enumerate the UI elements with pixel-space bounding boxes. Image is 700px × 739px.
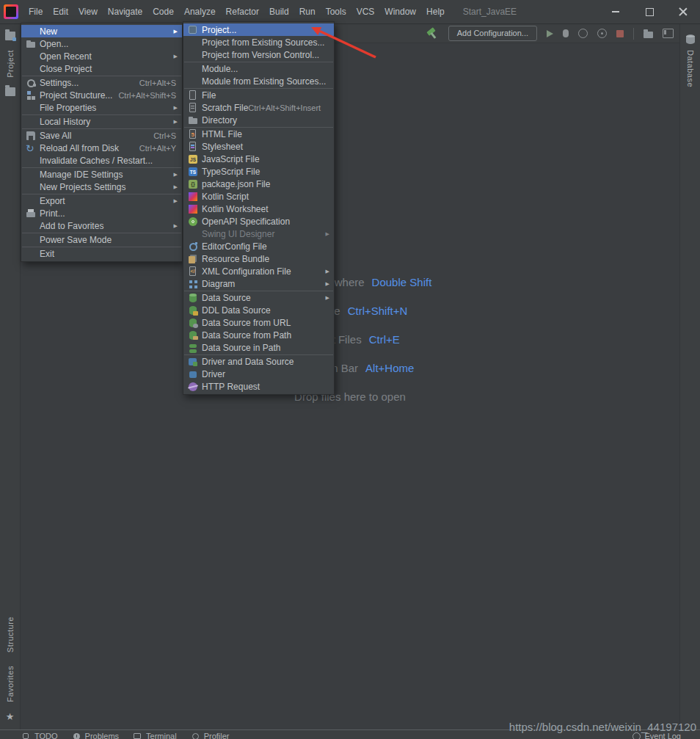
- submenu-item[interactable]: Stylesheet: [183, 140, 334, 153]
- menubar-item[interactable]: Run: [294, 3, 321, 21]
- submenu-item[interactable]: Diagram: [183, 277, 334, 290]
- menu-item-label: Project Structure...: [40, 90, 112, 101]
- database-icon[interactable]: [686, 34, 695, 44]
- submenu-item[interactable]: Data Source from Path: [183, 329, 334, 341]
- folder-icon[interactable]: [5, 87, 15, 96]
- statusbar-tool-button[interactable]: TODO: [22, 732, 58, 739]
- submenu-item[interactable]: Data Source from URL: [183, 316, 334, 329]
- profiler-button[interactable]: [597, 29, 607, 38]
- submenu-item[interactable]: HTML File: [183, 128, 334, 140]
- submenu-item[interactable]: File: [183, 89, 334, 101]
- submenu-item-label: Project from Existing Sources...: [202, 37, 324, 48]
- run-button[interactable]: [547, 30, 553, 37]
- submenu-item[interactable]: OpenAPI Specification: [183, 215, 334, 227]
- menu-item[interactable]: File Properties: [21, 101, 182, 114]
- submenu-item[interactable]: TypeScript File: [183, 165, 334, 178]
- submenu-item[interactable]: Directory: [183, 114, 334, 126]
- sidebar-item-project[interactable]: Project: [6, 50, 15, 78]
- project-folder-icon[interactable]: [5, 32, 15, 40]
- menu-item[interactable]: New Projects Settings: [21, 181, 182, 193]
- menubar-item[interactable]: Tools: [321, 3, 351, 21]
- menu-item[interactable]: Project Structure... Ctrl+Alt+Shift+S: [21, 89, 182, 101]
- menu-item[interactable]: Invalidate Caches / Restart...: [21, 154, 182, 167]
- menubar-item[interactable]: Navigate: [103, 3, 147, 21]
- submenu-item[interactable]: JavaScript File: [183, 153, 334, 165]
- submenu-item[interactable]: Project...: [183, 23, 334, 36]
- menubar-item[interactable]: Edit: [48, 3, 73, 21]
- submenu-item-icon: [187, 191, 200, 203]
- menu-item[interactable]: Local History: [21, 115, 182, 128]
- menubar-item[interactable]: Window: [379, 3, 421, 21]
- menu-item[interactable]: Power Save Mode: [21, 233, 182, 246]
- submenu-item[interactable]: Resource Bundle: [183, 252, 334, 265]
- minimize-button[interactable]: [599, 0, 632, 23]
- statusbar-tool-button[interactable]: Problems: [73, 732, 119, 739]
- submenu-item-icon: [187, 317, 200, 329]
- menubar-item[interactable]: Help: [421, 3, 450, 21]
- menu-item[interactable]: Manage IDE Settings: [21, 168, 182, 181]
- menubar-item[interactable]: VCS: [351, 3, 380, 21]
- submenu-item[interactable]: Module...: [183, 62, 334, 75]
- submenu-item[interactable]: Project from Version Control...: [183, 48, 334, 61]
- menu-item[interactable]: New: [21, 25, 182, 37]
- submenu-item[interactable]: package.json File: [183, 178, 334, 190]
- menubar-item[interactable]: Analyze: [179, 3, 221, 21]
- stop-button[interactable]: [616, 30, 624, 37]
- open-project-icon[interactable]: [644, 32, 653, 38]
- menubar-item[interactable]: File: [23, 3, 48, 21]
- close-button[interactable]: [666, 0, 700, 23]
- add-configuration-button[interactable]: Add Configuration...: [448, 26, 537, 41]
- maximize-button[interactable]: [632, 0, 666, 23]
- favorites-star-icon[interactable]: ★: [6, 712, 15, 722]
- debug-button[interactable]: [563, 29, 569, 37]
- submenu-item[interactable]: DDL Data Source: [183, 304, 334, 316]
- menubar-item[interactable]: Build: [264, 3, 294, 21]
- submenu-item[interactable]: Kotlin Script: [183, 190, 334, 203]
- menu-item[interactable]: Save All Ctrl+S: [21, 129, 182, 142]
- submenu-item[interactable]: Kotlin Worksheet: [183, 203, 334, 215]
- right-tool-stripe: Database: [679, 24, 700, 729]
- menu-item[interactable]: Close Project: [21, 62, 182, 75]
- submenu-item[interactable]: XML Configuration File: [183, 265, 334, 277]
- submenu-item[interactable]: Data Source in Path: [183, 341, 334, 354]
- menu-item-label: Settings...: [40, 78, 79, 88]
- intellij-logo-icon: [4, 4, 18, 19]
- menu-item[interactable]: Settings... Ctrl+Alt+S: [21, 76, 182, 89]
- statusbar-tool-icon: [73, 732, 81, 739]
- menu-item[interactable]: Add to Favorites: [21, 219, 182, 232]
- menu-item[interactable]: Print...: [21, 207, 182, 219]
- submenu-item[interactable]: Project from Existing Sources...: [183, 36, 334, 48]
- menu-item-icon: [25, 155, 37, 167]
- submenu-arrow-icon: [171, 168, 178, 181]
- submenu-item[interactable]: Scratch File Ctrl+Alt+Shift+Insert: [183, 101, 334, 114]
- submenu-item[interactable]: Data Source: [183, 291, 334, 304]
- submenu-item[interactable]: HTTP Request: [183, 380, 334, 393]
- menubar-item[interactable]: Code: [147, 3, 179, 21]
- menu-item[interactable]: Open Recent: [21, 50, 182, 62]
- statusbar-tool-button[interactable]: Profiler: [192, 732, 230, 739]
- statusbar-tool-button[interactable]: Terminal: [134, 732, 177, 739]
- submenu-item[interactable]: Driver and Data Source: [183, 355, 334, 368]
- menu-item[interactable]: Reload All from Disk Ctrl+Alt+Y: [21, 142, 182, 154]
- submenu-arrow-icon: [171, 50, 178, 62]
- submenu-item-label: Driver: [202, 369, 225, 379]
- build-hammer-button[interactable]: [426, 27, 439, 40]
- menu-item[interactable]: Open...: [21, 37, 182, 50]
- menu-item[interactable]: Exit: [21, 247, 182, 260]
- submenu-item[interactable]: Driver: [183, 368, 334, 380]
- coverage-button[interactable]: [578, 29, 588, 38]
- menu-item[interactable]: Export: [21, 194, 182, 207]
- menu-item-icon: [25, 77, 37, 89]
- sidebar-item-database[interactable]: Database: [686, 50, 695, 87]
- submenu-arrow-icon: [171, 25, 178, 37]
- submenu-item-icon: [187, 102, 200, 114]
- submenu-item[interactable]: Module from Existing Sources...: [183, 75, 334, 87]
- submenu-item-right: [308, 227, 329, 240]
- layout-icon[interactable]: [663, 29, 674, 38]
- submenu-item[interactable]: Swing UI Designer: [183, 227, 334, 240]
- menubar-item[interactable]: Refactor: [221, 3, 264, 21]
- sidebar-item-structure[interactable]: Structure: [6, 616, 15, 652]
- submenu-item[interactable]: EditorConfig File: [183, 240, 334, 252]
- menubar-item[interactable]: View: [73, 3, 103, 21]
- sidebar-item-favorites[interactable]: Favorites: [6, 666, 15, 702]
